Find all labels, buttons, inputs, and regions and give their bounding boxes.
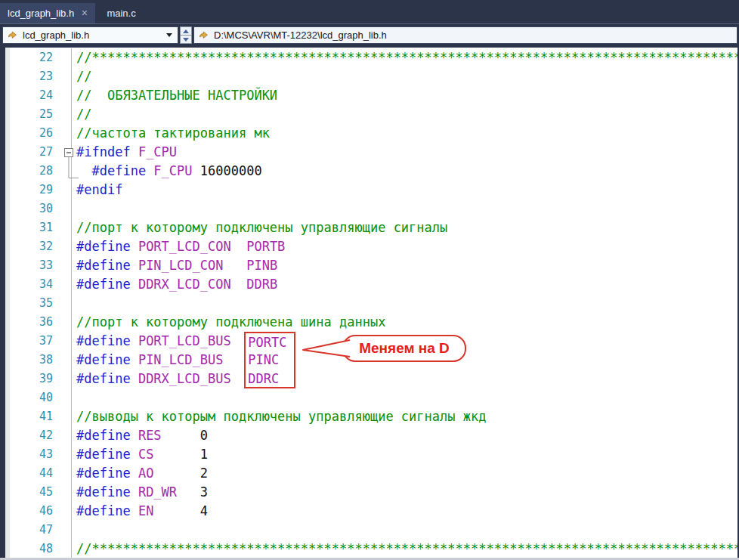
code-text[interactable]: //порт к которому подключены управляющие… [71, 218, 737, 237]
code-token: PORT_LCD_BUS [138, 333, 246, 348]
fold-margin [56, 426, 71, 445]
code-line[interactable]: 34#define DDRX_LCD_CON DDRB [5, 275, 737, 294]
code-line[interactable]: 45#define RD_WR 3 [5, 483, 737, 502]
code-line[interactable]: 44#define AO 2 [5, 464, 737, 483]
code-line[interactable]: 36//порт к которому подключена шина данн… [5, 313, 737, 332]
code-line[interactable]: 40 [5, 388, 737, 407]
spin-down-button[interactable] [180, 36, 192, 44]
fold-margin [56, 407, 71, 426]
code-text[interactable]: #define PIN_LCD_CON PINB [71, 256, 737, 275]
code-token: //порт к которому подключена шина данных [76, 314, 385, 330]
code-token: AO [138, 466, 153, 481]
code-text[interactable] [71, 388, 737, 407]
code-line[interactable]: 42#define RES 0 [5, 426, 737, 445]
tab-main-c[interactable]: main.c [99, 3, 143, 23]
code-line[interactable]: 43#define CS 1 [5, 445, 737, 464]
code-line[interactable]: 47 [5, 521, 737, 540]
code-text[interactable]: //**************************************… [71, 540, 737, 558]
code-text[interactable]: #ifndef F_CPU [71, 143, 737, 162]
spin-up-button[interactable] [180, 26, 192, 36]
code-line[interactable]: 39#define DDRX_LCD_BUS DDRC [5, 370, 737, 388]
code-token: #define [76, 277, 138, 292]
code-text[interactable]: #define AO 2 [71, 464, 737, 483]
code-token: #define [76, 447, 138, 462]
code-text[interactable] [71, 521, 737, 540]
window-border-left [0, 47, 5, 558]
code-text[interactable]: //**************************************… [71, 48, 737, 67]
chevron-down-icon [183, 38, 189, 42]
line-number: 33 [5, 256, 56, 275]
code-editor[interactable]: 22//************************************… [5, 47, 737, 558]
code-token: RES [138, 428, 162, 443]
fold-margin [56, 351, 71, 370]
scope-dropdown-value: lcd_graph_lib.h [23, 29, 89, 41]
code-line[interactable]: 41//выводы к которым подключены управляю… [5, 407, 737, 426]
line-number: 22 [5, 48, 56, 67]
code-line[interactable]: 26//частота тактирования мк [5, 124, 737, 143]
code-line[interactable]: 27#ifndef F_CPU [5, 143, 737, 162]
code-text[interactable]: #define RES 0 [71, 426, 737, 445]
code-text[interactable]: #define EN 4 [71, 502, 737, 521]
line-number: 41 [5, 407, 56, 426]
file-path-box[interactable]: D:\MCS\AVR\MT-12232\lcd_graph_lib.h [193, 26, 737, 44]
fold-margin [56, 86, 71, 105]
tab-lcd-graph-lib-h[interactable]: lcd_graph_lib.h ✕ [0, 3, 95, 23]
fold-margin [56, 181, 71, 200]
close-icon[interactable]: ✕ [81, 9, 88, 17]
code-token: // ОБЯЗАТЕЛЬНЫЕ НАСТРОЙКИ [76, 88, 277, 103]
line-number: 42 [5, 426, 56, 445]
code-text[interactable]: // [71, 105, 737, 124]
code-line[interactable]: 25// [5, 105, 737, 124]
fold-margin [56, 200, 71, 218]
navigation-bar: lcd_graph_lib.h D:\MCS\AVR\MT-12232\lcd_… [0, 24, 739, 47]
line-number: 44 [5, 464, 56, 483]
fold-margin [56, 294, 71, 313]
code-text[interactable] [71, 200, 737, 218]
code-line[interactable]: 24// ОБЯЗАТЕЛЬНЫЕ НАСТРОЙКИ [5, 86, 737, 105]
code-text[interactable]: // ОБЯЗАТЕЛЬНЫЕ НАСТРОЙКИ [71, 86, 737, 105]
code-text[interactable]: //порт к которому подключена шина данных [71, 313, 737, 332]
code-text[interactable]: #define PORT_LCD_CON PORTB [71, 237, 737, 256]
line-number: 47 [5, 521, 56, 540]
code-text[interactable]: #define DDRX_LCD_BUS DDRC [71, 370, 737, 388]
line-number: 38 [5, 351, 56, 370]
code-token [153, 503, 199, 518]
code-text[interactable]: #define RD_WR 3 [71, 483, 737, 502]
line-number: 40 [5, 388, 56, 407]
code-line[interactable]: 33#define PIN_LCD_CON PINB [5, 256, 737, 275]
code-line[interactable]: 22//************************************… [5, 48, 737, 67]
code-token: #define [76, 466, 138, 481]
fold-margin [56, 521, 71, 540]
code-line[interactable]: 48//************************************… [5, 540, 737, 558]
line-number: 27 [5, 143, 56, 162]
code-token: // [76, 69, 91, 84]
line-number: 37 [5, 332, 56, 351]
code-text[interactable]: #define F_CPU 16000000 [71, 162, 737, 181]
code-text[interactable]: #define CS 1 [71, 445, 737, 464]
fold-margin [56, 464, 71, 483]
code-line[interactable]: 29#endif [5, 181, 737, 200]
fold-margin [56, 445, 71, 464]
code-text[interactable]: //частота тактирования мк [71, 124, 737, 143]
annotation-callout: Меняем на D [342, 335, 466, 362]
fold-margin [56, 275, 71, 294]
code-line[interactable]: 23// [5, 67, 737, 86]
code-line[interactable]: 35 [5, 294, 737, 313]
scope-dropdown[interactable]: lcd_graph_lib.h [2, 26, 178, 44]
code-text[interactable] [71, 294, 737, 313]
code-text[interactable]: // [71, 67, 737, 86]
line-number: 25 [5, 105, 56, 124]
code-text[interactable]: #endif [71, 181, 737, 200]
line-number: 46 [5, 502, 56, 521]
code-line[interactable]: 46#define EN 4 [5, 502, 737, 521]
line-number: 23 [5, 67, 56, 86]
code-line[interactable]: 32#define PORT_LCD_CON PORTB [5, 237, 737, 256]
code-token: 16000000 [200, 163, 262, 178]
code-line[interactable]: 28 #define F_CPU 16000000 [5, 162, 737, 181]
line-number: 39 [5, 370, 56, 388]
code-line[interactable]: 30 [5, 200, 737, 218]
code-text[interactable]: //выводы к которым подключены управляющи… [71, 407, 737, 426]
code-text[interactable]: #define DDRX_LCD_CON DDRB [71, 275, 737, 294]
code-line[interactable]: 31//порт к которому подключены управляющ… [5, 218, 737, 237]
fold-collapse-icon[interactable] [65, 149, 73, 157]
